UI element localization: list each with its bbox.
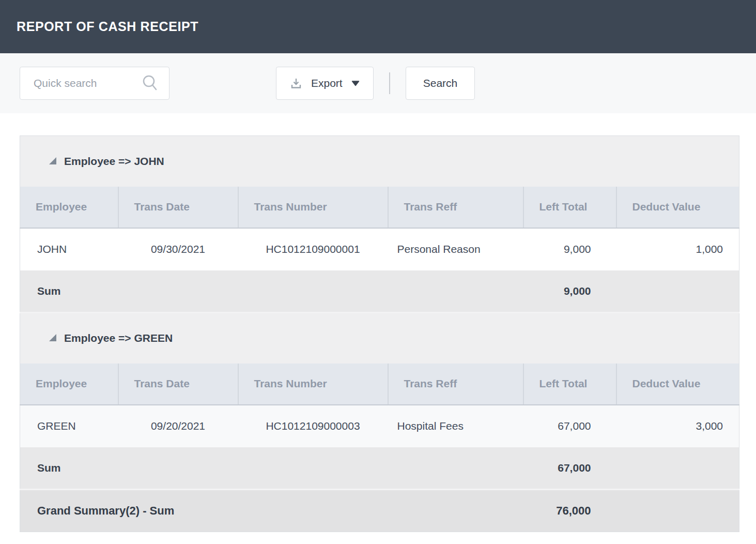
cell-deduct-value[interactable]: 3,000 [616, 405, 739, 447]
column-header-trans-date[interactable]: Trans Date [118, 364, 238, 405]
column-header-left-total[interactable]: Left Total [523, 364, 616, 405]
grand-summary-label: Grand Summary(2) - Sum [20, 490, 523, 532]
column-header-employee[interactable]: Employee [20, 364, 118, 405]
collapse-triangle-icon [49, 157, 57, 165]
cell-deduct-value[interactable]: 1,000 [616, 228, 739, 270]
cell-employee[interactable]: GREEN [20, 405, 118, 447]
cell-employee[interactable]: JOHN [20, 228, 118, 270]
cell-trans-number[interactable]: HC1012109000003 [238, 405, 388, 447]
column-header-deduct-value[interactable]: Deduct Value [616, 187, 739, 228]
export-button[interactable]: Export [276, 67, 374, 100]
group-label: Employee => GREEN [64, 332, 173, 344]
column-header-left-total[interactable]: Left Total [523, 187, 616, 228]
column-header-deduct-value[interactable]: Deduct Value [616, 364, 739, 405]
cell-trans-number[interactable]: HC1012109000001 [238, 228, 388, 270]
cell-left-total[interactable]: 67,000 [523, 405, 616, 447]
column-header-trans-number[interactable]: Trans Number [238, 187, 388, 228]
table-row[interactable]: JOHN 09/30/2021 HC1012109000001 Personal… [20, 228, 739, 270]
grand-summary-value: 76,000 [523, 490, 616, 532]
column-header-trans-date[interactable]: Trans Date [118, 187, 238, 228]
group-sum-row: Sum 9,000 [20, 270, 739, 313]
report-grid-container: Employee => JOHN Employee Trans Date Tra… [20, 135, 739, 532]
cell-trans-reff[interactable]: Hospital Fees [388, 405, 523, 447]
toolbar: Export Search [0, 53, 756, 113]
download-icon [290, 77, 302, 89]
sum-label: Sum [20, 270, 523, 313]
export-button-label: Export [311, 77, 343, 89]
search-icon [141, 74, 159, 93]
group-header-john[interactable]: Employee => JOHN [20, 136, 739, 187]
cell-trans-reff[interactable]: Personal Reason [388, 228, 523, 270]
search-button-label: Search [423, 77, 458, 89]
search-button[interactable]: Search [406, 67, 475, 100]
group-sum-row: Sum 67,000 [20, 447, 739, 490]
collapse-triangle-icon [49, 334, 57, 342]
grand-summary-empty-cell [616, 490, 739, 532]
column-header-trans-reff[interactable]: Trans Reff [388, 187, 523, 228]
sum-empty-cell [616, 270, 739, 313]
cell-trans-date[interactable]: 09/30/2021 [118, 228, 238, 270]
report-grid: Employee => JOHN Employee Trans Date Tra… [20, 135, 739, 532]
cell-trans-date[interactable]: 09/20/2021 [118, 405, 238, 447]
group-header-green[interactable]: Employee => GREEN [20, 313, 739, 364]
cell-left-total[interactable]: 9,000 [523, 228, 616, 270]
column-header-employee[interactable]: Employee [20, 187, 118, 228]
sum-left-total: 67,000 [523, 447, 616, 490]
group-label: Employee => JOHN [64, 155, 164, 167]
sum-empty-cell [616, 447, 739, 490]
sum-left-total: 9,000 [523, 270, 616, 313]
column-header-trans-number[interactable]: Trans Number [238, 364, 388, 405]
toolbar-divider [389, 72, 390, 94]
caret-down-icon [351, 81, 360, 86]
column-header-trans-reff[interactable]: Trans Reff [388, 364, 523, 405]
column-header-row: Employee Trans Date Trans Number Trans R… [20, 187, 739, 228]
sum-label: Sum [20, 447, 523, 490]
topbar: REPORT OF CASH RECEIPT [0, 0, 756, 53]
grand-summary-row: Grand Summary(2) - Sum 76,000 [20, 490, 739, 532]
table-row[interactable]: GREEN 09/20/2021 HC1012109000003 Hospita… [20, 405, 739, 447]
column-header-row: Employee Trans Date Trans Number Trans R… [20, 364, 739, 405]
quick-search-box[interactable] [20, 67, 169, 100]
page-title: REPORT OF CASH RECEIPT [17, 19, 198, 34]
